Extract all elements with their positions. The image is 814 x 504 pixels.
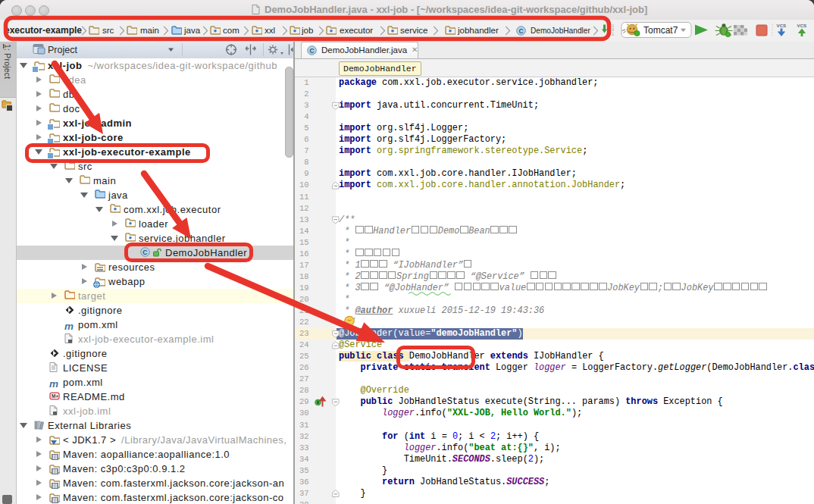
- svg-text:M: M: [52, 393, 56, 399]
- svg-text:0 1: 0 1: [609, 32, 614, 36]
- svg-text:C: C: [518, 27, 523, 35]
- svg-text:Tomcat7: Tomcat7: [643, 25, 678, 36]
- svg-text:VCS: VCS: [777, 23, 787, 28]
- svg-text:VCS: VCS: [797, 23, 807, 28]
- svg-text:C: C: [142, 249, 148, 256]
- svg-text:Project: Project: [48, 45, 77, 55]
- svg-text:C: C: [309, 46, 314, 54]
